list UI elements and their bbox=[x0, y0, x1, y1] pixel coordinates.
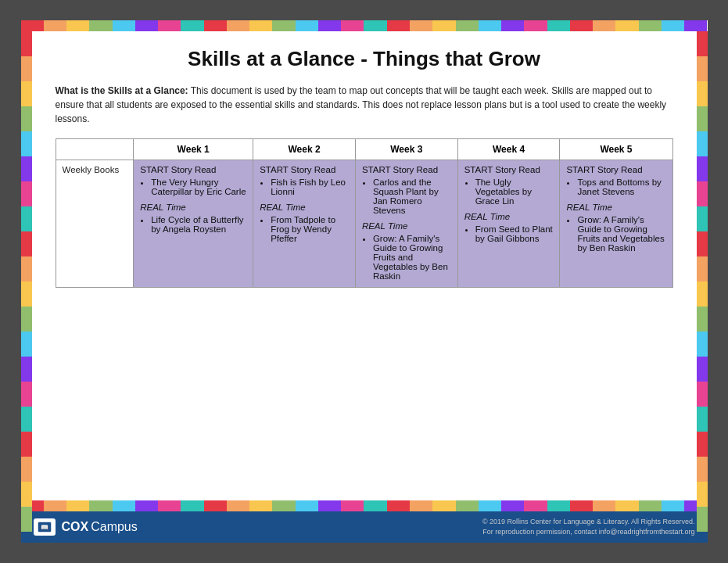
week3-real-label: REAL Time bbox=[362, 221, 451, 231]
week2-real-books: From Tadpole to Frog by Wendy Pfeffer bbox=[271, 215, 349, 243]
week5-real-books: Grow: A Family's Guide to Growing Fruits… bbox=[577, 215, 665, 253]
week2-cell: START Story Read Fish is Fish by Leo Lio… bbox=[253, 160, 356, 288]
border-left bbox=[21, 31, 32, 532]
footer: 📖 COX Campus © 2019 Rollins Center for L… bbox=[21, 511, 708, 543]
reproduction-line: For reproduction permission, contact inf… bbox=[482, 527, 695, 538]
week5-books: Tops and Bottoms by Janet Stevens bbox=[577, 178, 665, 196]
footer-copyright: © 2019 Rollins Center for Language & Lit… bbox=[482, 517, 695, 538]
list-item: Carlos and the Squash Plant by Jan Romer… bbox=[373, 178, 451, 215]
week1-books: The Very Hungry Caterpillar by Eric Carl… bbox=[151, 178, 246, 196]
week5-cell: START Story Read Tops and Bottoms by Jan… bbox=[560, 160, 672, 288]
row-label: Weekly Books bbox=[56, 160, 134, 288]
list-item: Tops and Bottoms by Janet Stevens bbox=[577, 178, 665, 196]
col2-header: Week 2 bbox=[253, 139, 356, 160]
week2-real-label: REAL Time bbox=[260, 203, 349, 212]
svg-text:📖: 📖 bbox=[41, 523, 48, 531]
list-item: Grow: A Family's Guide to Growing Fruits… bbox=[373, 234, 451, 281]
list-item: Grow: A Family's Guide to Growing Fruits… bbox=[577, 215, 665, 253]
week3-cell: START Story Read Carlos and the Squash P… bbox=[355, 160, 457, 288]
col0-header bbox=[56, 139, 134, 160]
week3-start-label: START Story Read bbox=[362, 165, 438, 174]
week1-start-label: START Story Read bbox=[140, 165, 216, 174]
col5-header: Week 5 bbox=[560, 139, 672, 160]
copyright-line: © 2019 Rollins Center for Language & Lit… bbox=[482, 517, 695, 528]
list-item: Life Cycle of a Butterfly by Angela Roys… bbox=[151, 215, 246, 234]
page-container: Skills at a Glance - Things that Grow Wh… bbox=[16, 16, 712, 547]
col3-header: Week 3 bbox=[355, 139, 457, 160]
week1-cell: START Story Read The Very Hungry Caterpi… bbox=[134, 160, 253, 288]
table-row: Weekly Books START Story Read The Very H… bbox=[56, 160, 672, 288]
week3-books: Carlos and the Squash Plant by Jan Romer… bbox=[373, 178, 451, 215]
week4-real-label: REAL Time bbox=[464, 212, 554, 221]
list-item: The Ugly Vegetables by Grace Lin bbox=[475, 178, 554, 206]
page-title: Skills at a Glance - Things that Grow bbox=[56, 47, 673, 71]
border-bottom bbox=[21, 500, 708, 511]
description: What is the Skills at a Glance: This doc… bbox=[56, 84, 673, 126]
week5-real-label: REAL Time bbox=[566, 203, 665, 212]
week4-start-label: START Story Read bbox=[464, 165, 540, 174]
week3-real-books: Grow: A Family's Guide to Growing Fruits… bbox=[373, 234, 451, 281]
description-bold: What is the Skills at a Glance: bbox=[56, 85, 188, 96]
week5-start-label: START Story Read bbox=[566, 165, 642, 174]
list-item: From Seed to Plant by Gail Gibbons bbox=[475, 224, 554, 243]
border-top bbox=[21, 20, 708, 31]
week2-books: Fish is Fish by Leo Lionni bbox=[271, 178, 349, 196]
list-item: Fish is Fish by Leo Lionni bbox=[271, 178, 349, 196]
cox-text: COX bbox=[62, 520, 89, 534]
list-item: From Tadpole to Frog by Wendy Pfeffer bbox=[271, 215, 349, 243]
col1-header: Week 1 bbox=[134, 139, 253, 160]
logo-icon: 📖 bbox=[34, 518, 56, 536]
week4-real-books: From Seed to Plant by Gail Gibbons bbox=[475, 224, 554, 243]
col4-header: Week 4 bbox=[457, 139, 560, 160]
week2-start-label: START Story Read bbox=[260, 165, 335, 174]
skills-table: Week 1 Week 2 Week 3 Week 4 Week 5 Weekl… bbox=[56, 138, 673, 288]
footer-logo: 📖 COX Campus bbox=[34, 518, 138, 536]
list-item: The Very Hungry Caterpillar by Eric Carl… bbox=[151, 178, 246, 196]
campus-text: Campus bbox=[91, 520, 138, 534]
border-right bbox=[697, 31, 708, 532]
week1-real-books: Life Cycle of a Butterfly by Angela Roys… bbox=[151, 215, 246, 234]
week1-real-label: REAL Time bbox=[140, 203, 246, 212]
week4-books: The Ugly Vegetables by Grace Lin bbox=[475, 178, 554, 206]
page-content: Skills at a Glance - Things that Grow Wh… bbox=[32, 31, 697, 500]
week4-cell: START Story Read The Ugly Vegetables by … bbox=[457, 160, 560, 288]
